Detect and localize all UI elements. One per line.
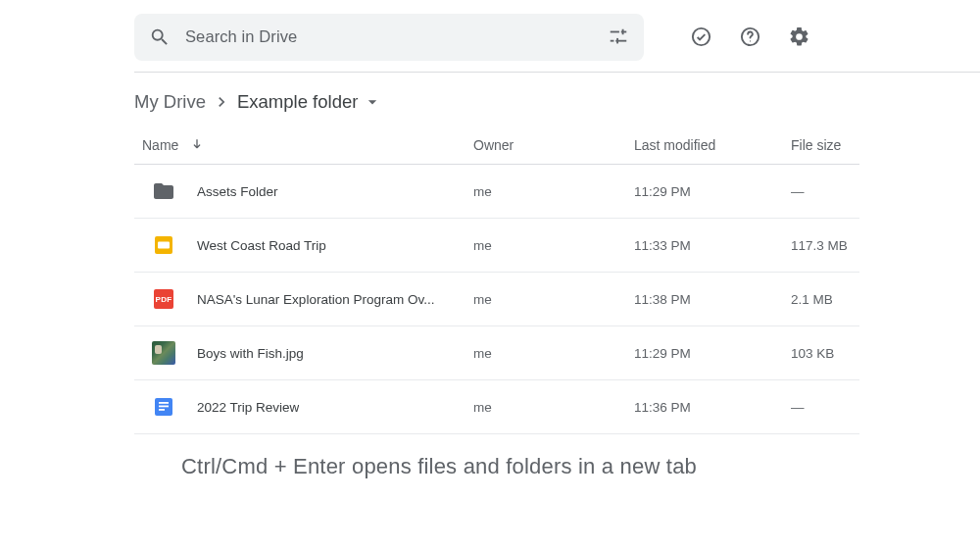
table-row[interactable]: PDF NASA's Lunar Exploration Program Ov.… — [134, 273, 859, 326]
svg-rect-13 — [159, 406, 169, 408]
file-modified: 11:33 PM — [634, 238, 791, 253]
column-header-modified[interactable]: Last modified — [634, 137, 791, 153]
dropdown-caret-icon — [362, 91, 383, 113]
search-icon — [148, 25, 172, 49]
table-row[interactable]: Assets Folder me 11:29 PM — — [134, 165, 859, 219]
svg-rect-3 — [611, 39, 614, 41]
svg-rect-14 — [159, 409, 165, 411]
column-header-owner[interactable]: Owner — [473, 137, 634, 153]
svg-rect-12 — [159, 402, 169, 404]
svg-point-6 — [692, 28, 709, 45]
file-modified: 11:29 PM — [634, 184, 791, 199]
file-owner: me — [473, 400, 634, 415]
svg-point-8 — [749, 40, 750, 41]
settings-gear-icon[interactable] — [779, 18, 818, 57]
svg-rect-2 — [621, 30, 627, 32]
slides-icon — [152, 233, 175, 257]
file-modified: 11:29 PM — [634, 346, 791, 361]
table-header: Name Owner Last modified File size — [134, 125, 859, 165]
keyboard-hint: Ctrl/Cmd + Enter opens files and folders… — [134, 434, 980, 479]
chevron-right-icon — [212, 92, 231, 112]
column-header-name[interactable]: Name — [134, 136, 473, 154]
breadcrumb-current-dropdown[interactable]: Example folder — [237, 91, 383, 113]
file-modified: 11:38 PM — [634, 292, 791, 307]
file-size: — — [791, 184, 856, 199]
folder-icon — [152, 179, 175, 203]
file-owner: me — [473, 292, 634, 307]
file-owner: me — [473, 184, 634, 199]
column-header-size[interactable]: File size — [791, 137, 856, 153]
file-size: 103 KB — [791, 346, 856, 361]
table-row[interactable]: Boys with Fish.jpg me 11:29 PM 103 KB — [134, 326, 859, 380]
file-modified: 11:36 PM — [634, 400, 791, 415]
offline-ready-icon[interactable] — [681, 18, 720, 57]
breadcrumb: My Drive Example folder — [134, 73, 980, 125]
svg-rect-5 — [615, 39, 626, 41]
file-name: NASA's Lunar Exploration Program Ov... — [197, 292, 434, 307]
pdf-icon: PDF — [152, 287, 175, 311]
file-size: 117.3 MB — [791, 238, 856, 253]
file-name: West Coast Road Trip — [197, 238, 326, 253]
search-placeholder: Search in Drive — [172, 27, 599, 46]
search-options-icon[interactable] — [599, 18, 638, 57]
svg-rect-0 — [611, 30, 619, 32]
table-row[interactable]: West Coast Road Trip me 11:33 PM 117.3 M… — [134, 219, 859, 273]
top-bar: Search in Drive — [134, 0, 980, 73]
file-size: 2.1 MB — [791, 292, 856, 307]
breadcrumb-root[interactable]: My Drive — [134, 91, 206, 113]
help-icon[interactable] — [730, 18, 769, 57]
file-name: Assets Folder — [197, 184, 278, 199]
file-owner: me — [473, 346, 634, 361]
file-name: Boys with Fish.jpg — [197, 346, 304, 361]
file-name: 2022 Trip Review — [197, 400, 299, 415]
breadcrumb-current: Example folder — [237, 91, 358, 113]
svg-rect-10 — [158, 242, 170, 249]
sort-arrow-down-icon — [188, 136, 206, 154]
column-header-name-label: Name — [142, 137, 178, 153]
pdf-badge-label: PDF — [154, 289, 173, 309]
header-actions — [681, 18, 818, 57]
image-thumbnail-icon — [152, 341, 175, 365]
table-row[interactable]: 2022 Trip Review me 11:36 PM — — [134, 380, 859, 434]
docs-icon — [152, 395, 175, 419]
file-table: Name Owner Last modified File size Asset… — [134, 125, 859, 434]
file-size: — — [791, 400, 856, 415]
search-box[interactable]: Search in Drive — [134, 14, 644, 61]
file-owner: me — [473, 238, 634, 253]
